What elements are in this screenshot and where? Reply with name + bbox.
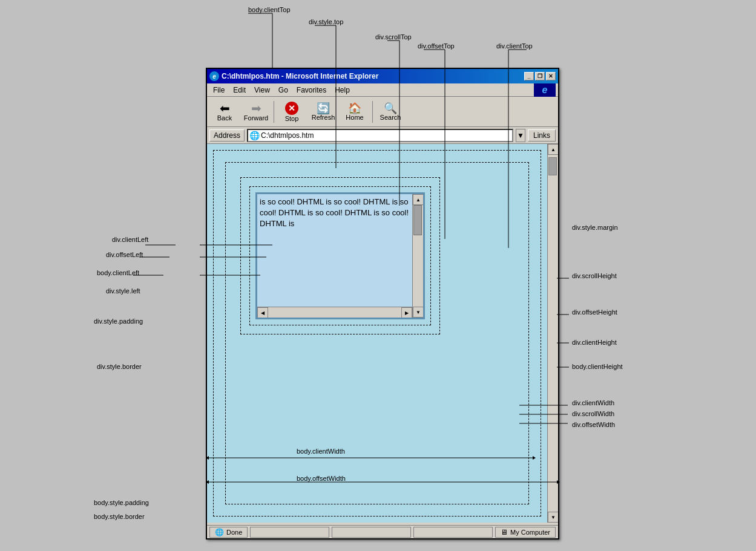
- status-spacer-2: [332, 527, 411, 538]
- home-icon: 🏠: [348, 103, 361, 114]
- inner-scroll-up[interactable]: ▲: [413, 194, 424, 205]
- anno-div-style-left: div.style.left: [106, 287, 140, 295]
- stop-button[interactable]: ✕ Stop: [277, 99, 307, 125]
- anno-div-scrollHeight: div.scrollHeight: [572, 272, 617, 279]
- scroll-up-button[interactable]: ▲: [548, 144, 558, 155]
- inner-scroll-left[interactable]: ◀: [257, 307, 268, 318]
- toolbar-separator-2: [372, 101, 373, 123]
- anno-div-style-margin: div.style.margin: [572, 224, 618, 231]
- ie-logo: e: [534, 83, 556, 97]
- menu-go[interactable]: Go: [275, 85, 292, 96]
- forward-label: Forward: [244, 114, 268, 122]
- anno-body-clientLeft: body.clientLeft: [97, 269, 139, 276]
- anno-div-offsetLeft: div.offsetLeft: [106, 251, 143, 258]
- stop-label: Stop: [285, 115, 299, 122]
- restore-button[interactable]: ❐: [535, 72, 545, 80]
- inner-scroll-down[interactable]: ▼: [413, 307, 424, 318]
- address-bar: Address 🌐 ▼ Links: [207, 127, 558, 144]
- anno-div-style-top: div.style.top: [309, 18, 343, 25]
- toolbar: ⬅ Back ➡ Forward ✕ Stop 🔄 Refresh 🏠 Home…: [207, 97, 558, 127]
- browser-window: e C:\dhtmlpos.htm - Microsoft Internet E…: [206, 68, 559, 540]
- status-spacer-3: [413, 527, 493, 538]
- inner-scroll-right[interactable]: ▶: [401, 307, 412, 318]
- anno-body-style-border: body.style.border: [94, 513, 145, 520]
- anno-div-clientHeight: div.clientHeight: [572, 339, 617, 346]
- address-label: Address: [209, 129, 245, 142]
- address-input-wrap: 🌐: [247, 129, 513, 142]
- anno-div-offsetTop: div.offsetTop: [418, 42, 455, 50]
- status-bar: 🌐 Done 🖥 My Computer: [207, 525, 558, 538]
- back-button[interactable]: ⬅ Back: [209, 99, 240, 125]
- title-bar-buttons: _ ❐ ✕: [524, 72, 556, 80]
- home-button[interactable]: 🏠 Home: [340, 99, 370, 125]
- address-ie-icon: 🌐: [249, 131, 260, 140]
- inner-vscroll[interactable]: ▲ ▼: [412, 194, 423, 318]
- anno-body-clientHeight: body.clientHeight: [572, 363, 623, 370]
- refresh-icon: 🔄: [317, 103, 330, 114]
- home-label: Home: [346, 114, 363, 121]
- anno-body-style-padding: body.style.padding: [94, 499, 149, 506]
- page-area: ▲ ▼ ◀ ▶ is so cool! DHTML is so cool! DH…: [207, 144, 547, 523]
- status-computer-text: My Computer: [510, 529, 550, 536]
- refresh-label: Refresh: [312, 114, 335, 121]
- anno-div-clientLeft: div.clientLeft: [112, 236, 148, 243]
- anno-div-style-padding: div.style.padding: [94, 318, 143, 325]
- search-icon: 🔍: [384, 103, 397, 114]
- inner-scroll-track: [413, 205, 423, 307]
- back-icon: ⬅: [220, 102, 230, 114]
- forward-button[interactable]: ➡ Forward: [241, 99, 271, 125]
- anno-div-clientWidth: div.clientWidth: [572, 399, 614, 406]
- title-bar-left: e C:\dhtmlpos.htm - Microsoft Internet E…: [209, 71, 378, 81]
- address-dropdown[interactable]: ▼: [516, 129, 525, 142]
- anno-div-offsetHeight: div.offsetHeight: [572, 308, 617, 316]
- menu-favorites[interactable]: Favorites: [293, 85, 330, 96]
- search-button[interactable]: 🔍 Search: [375, 99, 406, 125]
- minimize-button[interactable]: _: [524, 72, 534, 80]
- inner-hscroll[interactable]: ◀ ▶: [257, 307, 412, 318]
- anno-body-clientTop: body.clientTop: [248, 6, 291, 13]
- anno-div-scrollWidth: div.scrollWidth: [572, 410, 614, 417]
- forward-icon: ➡: [251, 102, 261, 114]
- browser-content: ▲ ▼ ▲ ▼ ◀: [207, 144, 558, 523]
- status-done-text: Done: [226, 529, 242, 536]
- address-input[interactable]: [261, 131, 511, 140]
- stop-icon: ✕: [285, 102, 298, 115]
- menu-view[interactable]: View: [251, 85, 274, 96]
- anno-body-offsetWidth: body.offsetWidth: [297, 475, 346, 482]
- status-computer: 🖥 My Computer: [495, 527, 556, 538]
- search-label: Search: [380, 114, 401, 121]
- toolbar-separator-1: [274, 101, 274, 123]
- inner-content-div: ▲ ▼ ◀ ▶ is so cool! DHTML is so cool! DH…: [255, 192, 425, 319]
- menu-bar: File Edit View Go Favorites Help e: [207, 83, 558, 97]
- vertical-scrollbar[interactable]: ▲ ▼: [547, 144, 558, 523]
- anno-div-offsetWidth: div.offsetWidth: [572, 421, 615, 428]
- menu-file[interactable]: File: [209, 85, 228, 96]
- links-button[interactable]: Links: [528, 129, 556, 142]
- window-title: C:\dhtmlpos.htm - Microsoft Internet Exp…: [222, 72, 378, 80]
- anno-div-style-border: div.style.border: [97, 363, 142, 370]
- status-spacer-1: [250, 527, 329, 538]
- back-label: Back: [217, 114, 232, 122]
- refresh-button[interactable]: 🔄 Refresh: [308, 99, 338, 125]
- scroll-down-button[interactable]: ▼: [548, 512, 558, 523]
- content-text: is so cool! DHTML is so cool! DHTML is s…: [257, 194, 412, 232]
- scroll-thumb[interactable]: [548, 157, 557, 175]
- menu-edit[interactable]: Edit: [229, 85, 249, 96]
- anno-div-clientTop: div.clientTop: [496, 42, 533, 50]
- ie-icon: e: [209, 71, 219, 81]
- anno-div-scrollTop: div.scrollTop: [375, 33, 412, 41]
- close-button[interactable]: ✕: [546, 72, 556, 80]
- menu-help[interactable]: Help: [331, 85, 353, 96]
- inner-scroll-thumb[interactable]: [413, 205, 422, 235]
- anno-body-clientWidth: body.clientWidth: [297, 448, 345, 455]
- title-bar: e C:\dhtmlpos.htm - Microsoft Internet E…: [207, 69, 558, 83]
- status-done: 🌐 Done: [209, 527, 248, 538]
